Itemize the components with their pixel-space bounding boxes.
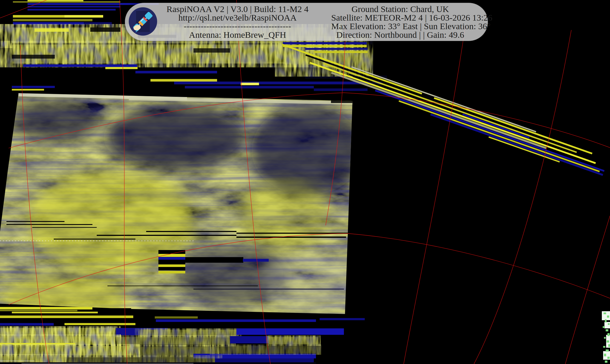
main-satellite-swath: [0, 86, 365, 328]
satellite-icon: [128, 7, 157, 36]
raspinoaa-logo: [128, 7, 157, 36]
pass-info: Ground Station: Chard, UK Satellite: MET…: [331, 5, 469, 39]
satellite-image-canvas: [0, 0, 610, 364]
station-software-info: RaspiNOAA V2 | V3.0 | Build: 11-M2 4 htt…: [157, 5, 318, 39]
satellite-capture-screen: RaspiNOAA V2 | V3.0 | Build: 11-M2 4 htt…: [0, 0, 610, 364]
info-banner: RaspiNOAA V2 | V3.0 | Build: 11-M2 4 htt…: [125, 3, 488, 41]
software-version: RaspiNOAA V2 | V3.0 | Build: 11-M2 4: [157, 5, 318, 13]
ground-station: Ground Station: Chard, UK: [331, 5, 469, 13]
software-url: http://qsl.net/ve3elb/RaspiNOAA: [157, 13, 318, 22]
direction-gain: Direction: Northbound | | Gain: 49.6: [331, 30, 469, 39]
separator-dashes: --------------------------------------: [157, 22, 318, 30]
antenna-info: Antenna: HomeBrew_QFH: [157, 30, 318, 39]
elevation-info: Max Elevation: 33° East | Sun Elevation:…: [331, 22, 469, 30]
satellite-datetime: Satellite: METEOR-M2 4 | 16-03-2026 13:2…: [331, 13, 469, 22]
